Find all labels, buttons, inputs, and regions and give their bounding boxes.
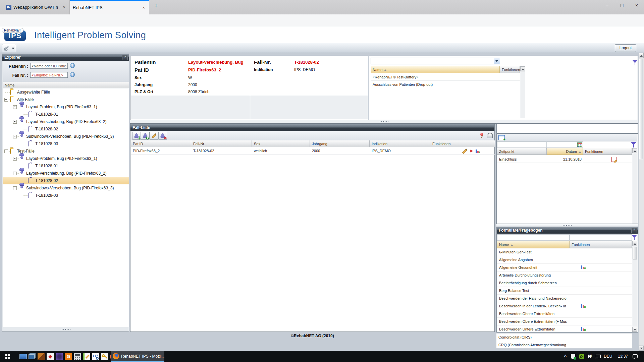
tree-row[interactable]: T-181028-03 xyxy=(3,140,129,147)
fall-column-header[interactable]: Fall-Nr. xyxy=(191,140,252,147)
formulare-scrollbar[interactable] xyxy=(632,241,637,332)
tree-collapse-toggle[interactable] xyxy=(13,157,17,161)
formulare-row[interactable]: Beschwerden Obere Extremitäten xyxy=(497,310,632,318)
formulare-name-header[interactable]: Name xyxy=(497,241,570,248)
taskbar-icon-notepad[interactable] xyxy=(83,353,90,360)
formulare-row[interactable]: 6-Minuten Geh-Test xyxy=(497,248,632,256)
volume-icon[interactable] xyxy=(588,355,591,358)
browser-tab[interactable]: RehabNET IPS× xyxy=(70,0,149,14)
action-center-icon[interactable] xyxy=(633,354,638,358)
fall-cell[interactable]: T-181028-02 xyxy=(191,147,252,155)
formulare-filter-icon[interactable] xyxy=(632,235,637,238)
tree-collapse-toggle[interactable] xyxy=(4,149,8,153)
taskbar-icon-gtile[interactable]: G xyxy=(65,353,72,360)
browser-tab[interactable]: FxWebapplikation GWT mit Firefo× xyxy=(3,0,70,14)
formulare-row[interactable]: Allgemeine Angaben xyxy=(497,256,632,264)
formulare-row[interactable]: Comorbidität (CIRS) xyxy=(496,333,632,341)
tree-row[interactable]: Layout-Verschiebung, Bug (PID-Firefox63_… xyxy=(3,170,129,177)
fall-info-icon[interactable]: i xyxy=(70,72,75,77)
tree-collapse-toggle[interactable] xyxy=(13,172,17,175)
taskbar-icon-calculator[interactable] xyxy=(74,353,81,360)
taskbar-icon-charmap[interactable] xyxy=(92,353,99,360)
tree-row[interactable]: Layout-Verschiebung, Bug (PID-Firefox63_… xyxy=(3,118,129,125)
taskbar-icon-freecell[interactable] xyxy=(38,353,45,360)
edit-case-button[interactable] xyxy=(150,132,158,140)
taskbar-icon-cascade[interactable] xyxy=(29,354,35,359)
chart-icon[interactable] xyxy=(476,149,480,153)
fall-cell[interactable]: IPS_DEMO xyxy=(370,147,430,155)
tree-collapse-toggle[interactable] xyxy=(13,135,17,138)
datum-col-header[interactable]: Datum xyxy=(547,148,583,155)
formulare-row[interactable]: Berg Balance Test xyxy=(497,287,632,295)
zeitpunkt-filter-input[interactable] xyxy=(497,141,547,148)
taskbar-active-task[interactable]: RehabNET IPS - Mozil... xyxy=(111,351,164,362)
tab-close-icon[interactable]: × xyxy=(61,4,67,10)
zeitpunkt-scrollbar[interactable] xyxy=(632,148,637,224)
nvidia-icon[interactable] xyxy=(579,354,584,359)
splitter-grip[interactable] xyxy=(563,225,572,226)
tree-row[interactable]: Subwindows-Verschoben, Bug (PID-Firefox6… xyxy=(3,133,129,140)
splitter-grip[interactable] xyxy=(380,121,388,122)
notepad-icon[interactable] xyxy=(611,157,616,162)
calendar-icon[interactable] xyxy=(577,142,582,147)
explorer-resize-grip[interactable] xyxy=(62,329,70,330)
formulare-row[interactable]: Beschwerden Obere Extremitäten (+ Mus xyxy=(497,318,632,325)
fall-search-input[interactable] xyxy=(30,72,68,78)
datum-cell[interactable]: 21.10.2018 xyxy=(547,156,582,163)
patient-info-icon[interactable]: i xyxy=(70,63,75,68)
fall-column-header[interactable]: Indikation xyxy=(370,140,430,147)
window-maximize-button[interactable]: □ xyxy=(614,0,629,11)
fall-cell[interactable]: 2000 xyxy=(310,147,370,155)
formulare-row[interactable]: Beschwerden Untere Extremitäten xyxy=(497,325,632,333)
assign-timepoint-button[interactable] xyxy=(498,135,505,140)
tree-row[interactable]: Layout-Problem, Bug (PID-Firefox63_1) xyxy=(3,103,129,111)
zeitpunkt-filter-icon[interactable] xyxy=(631,142,636,145)
tab-close-icon[interactable]: × xyxy=(141,5,146,10)
horizontal-splitter[interactable] xyxy=(130,120,638,124)
formulare-row[interactable]: Beschwerden der Hals- und Nackenregio xyxy=(497,295,632,302)
taskbar-icon-keyfinder[interactable] xyxy=(101,353,108,360)
formulare-funktionen-filter-input[interactable] xyxy=(570,234,632,241)
start-button[interactable] xyxy=(0,351,15,362)
taskbar-icon-solitaire[interactable] xyxy=(47,353,54,360)
tree-collapse-toggle[interactable] xyxy=(13,186,17,190)
print-icon[interactable] xyxy=(487,134,493,138)
tree-column-header[interactable]: Name xyxy=(3,82,129,88)
formulare-help-button[interactable]: ? xyxy=(631,228,637,233)
formulare-row[interactable]: Allgemeine Gesundheit xyxy=(497,264,632,272)
zeitpunkt-col-header[interactable]: Zeitpunkt xyxy=(497,148,547,155)
battery-combobox[interactable] xyxy=(371,58,500,64)
delete-icon[interactable] xyxy=(469,148,474,153)
tree-collapse-toggle[interactable] xyxy=(4,98,8,102)
battery-filter-icon[interactable] xyxy=(632,60,638,63)
chart-icon[interactable] xyxy=(581,304,586,308)
taskbar-icon-monitor[interactable] xyxy=(19,354,27,359)
formulare-row[interactable]: Arterielle Durchblutungsstörung xyxy=(497,272,632,279)
network-icon[interactable] xyxy=(596,355,601,358)
fall-cell[interactable]: weiblich xyxy=(252,147,310,155)
settings-wrench-button[interactable] xyxy=(2,44,16,52)
clock[interactable]: 13:37 xyxy=(618,351,628,362)
formulare-row[interactable]: Beeinträchtigung durch Schmerzen xyxy=(497,279,632,287)
tree-row[interactable]: Layout-Problem, Bug (PID-Firefox63_1) xyxy=(3,155,129,162)
tree-row[interactable]: Subwindows-Verschoben, Bug (PID-Firefox6… xyxy=(3,184,129,192)
tree-collapse-toggle[interactable] xyxy=(13,105,17,109)
formulare-row[interactable]: CRQ (Chronischen Atemwegserkrankung xyxy=(496,341,632,349)
delete-case-button[interactable] xyxy=(158,132,167,140)
formulare-funktionen-header[interactable]: Funktionen xyxy=(570,241,632,248)
window-close-button[interactable]: × xyxy=(629,0,644,11)
patient-search-input[interactable] xyxy=(30,63,68,69)
tree-row[interactable]: Ausgewählte Fälle xyxy=(3,88,129,96)
tray-expand-chevron[interactable]: ^ xyxy=(564,351,567,362)
formulare-name-filter-input[interactable] xyxy=(497,234,570,241)
taskbar-icon-spider[interactable] xyxy=(56,353,63,360)
fall-column-header[interactable]: Funktionen xyxy=(430,140,495,147)
tree-collapse-toggle[interactable] xyxy=(13,120,17,124)
new-tab-button[interactable]: + xyxy=(152,3,161,10)
combobox-dropdown-button[interactable] xyxy=(494,58,500,64)
explorer-help-button[interactable]: ? xyxy=(122,55,128,60)
battery-scrollbar[interactable] xyxy=(520,66,525,118)
battery-row[interactable]: Ausschluss von Patienten (Drop-out) xyxy=(371,81,520,88)
zeitpunkt-cell[interactable]: Einschluss xyxy=(497,156,547,163)
window-minimize-button[interactable]: – xyxy=(600,0,614,11)
